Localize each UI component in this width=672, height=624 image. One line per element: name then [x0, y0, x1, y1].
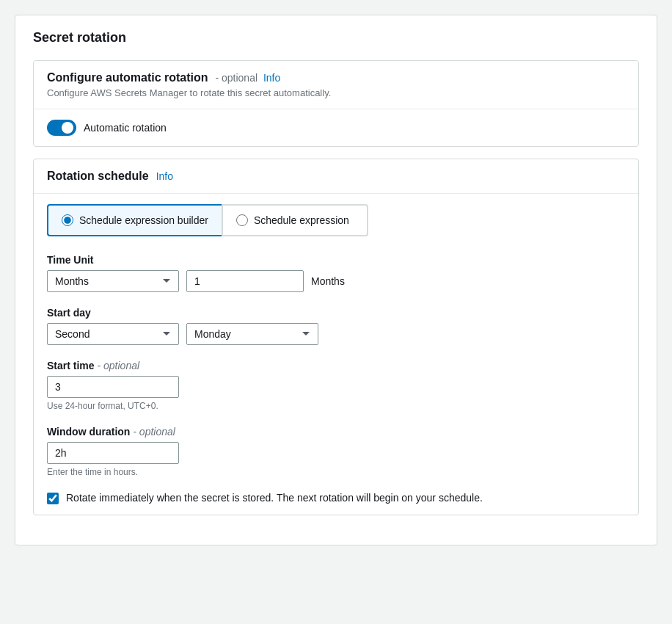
rotation-schedule-header-row: Rotation schedule Info	[47, 170, 625, 183]
toggle-slider	[47, 120, 76, 136]
time-count-suffix: Months	[311, 275, 345, 287]
configure-rotation-card: Configure automatic rotation - optional …	[33, 60, 639, 147]
rotate-immediately-row: Rotate immediately when the secret is st…	[47, 492, 625, 504]
window-duration-hint: Enter the time in hours.	[47, 467, 625, 477]
start-time-label: Start time - optional	[47, 360, 625, 371]
window-duration-optional: - optional	[133, 426, 175, 438]
tab-builder-label: Schedule expression builder	[79, 214, 208, 226]
rotation-schedule-title: Rotation schedule	[47, 170, 149, 183]
toggle-label: Automatic rotation	[84, 122, 167, 134]
tab-expression-label: Schedule expression	[254, 214, 349, 226]
configure-optional-text: - optional	[215, 72, 258, 84]
time-unit-select[interactable]: Days Weeks Months	[47, 270, 179, 292]
time-count-input[interactable]	[186, 270, 304, 292]
schedule-type-tabs: Schedule expression builder Schedule exp…	[47, 204, 625, 236]
window-duration-field-group: Window duration - optional Enter the tim…	[47, 426, 625, 477]
automatic-rotation-toggle[interactable]	[47, 120, 76, 136]
time-unit-field-group: Time Unit Days Weeks Months Months	[47, 254, 625, 292]
configure-rotation-title: Configure automatic rotation	[47, 71, 208, 84]
page-title: Secret rotation	[33, 30, 639, 46]
rotate-immediately-label: Rotate immediately when the secret is st…	[66, 492, 483, 504]
rotation-schedule-header: Rotation schedule Info	[34, 159, 638, 194]
window-duration-input[interactable]	[47, 442, 179, 464]
rotation-schedule-info-link[interactable]: Info	[156, 170, 173, 182]
configure-info-link[interactable]: Info	[263, 72, 280, 84]
time-unit-label: Time Unit	[47, 254, 625, 266]
start-time-input[interactable]	[47, 376, 179, 398]
start-day-field-group: Start day First Second Third Fourth Last…	[47, 307, 625, 345]
start-time-hint: Use 24-hour format, UTC+0.	[47, 401, 625, 411]
start-day-name-select[interactable]: Sunday Monday Tuesday Wednesday Thursday…	[186, 323, 318, 345]
configure-rotation-header: Configure automatic rotation - optional …	[34, 61, 638, 109]
rotation-schedule-body: Schedule expression builder Schedule exp…	[34, 194, 638, 515]
radio-schedule-builder[interactable]	[62, 214, 73, 226]
tab-schedule-builder[interactable]: Schedule expression builder	[47, 204, 222, 236]
page-container: Secret rotation Configure automatic rota…	[15, 15, 657, 545]
start-day-inline: First Second Third Fourth Last Sunday Mo…	[47, 323, 625, 345]
radio-schedule-expression[interactable]	[236, 214, 248, 226]
tab-schedule-expression[interactable]: Schedule expression	[222, 204, 368, 236]
rotation-schedule-card: Rotation schedule Info Schedule expressi…	[33, 159, 639, 515]
rotate-immediately-checkbox[interactable]	[47, 493, 59, 504]
start-day-ordinal-select[interactable]: First Second Third Fourth Last	[47, 323, 179, 345]
start-day-label: Start day	[47, 307, 625, 319]
time-unit-inline: Days Weeks Months Months	[47, 270, 625, 292]
start-time-field-group: Start time - optional Use 24-hour format…	[47, 360, 625, 411]
toggle-row: Automatic rotation	[34, 109, 638, 146]
window-duration-label: Window duration - optional	[47, 426, 625, 438]
start-time-optional: - optional	[97, 360, 139, 371]
configure-rotation-subtitle: Configure AWS Secrets Manager to rotate …	[47, 87, 625, 98]
